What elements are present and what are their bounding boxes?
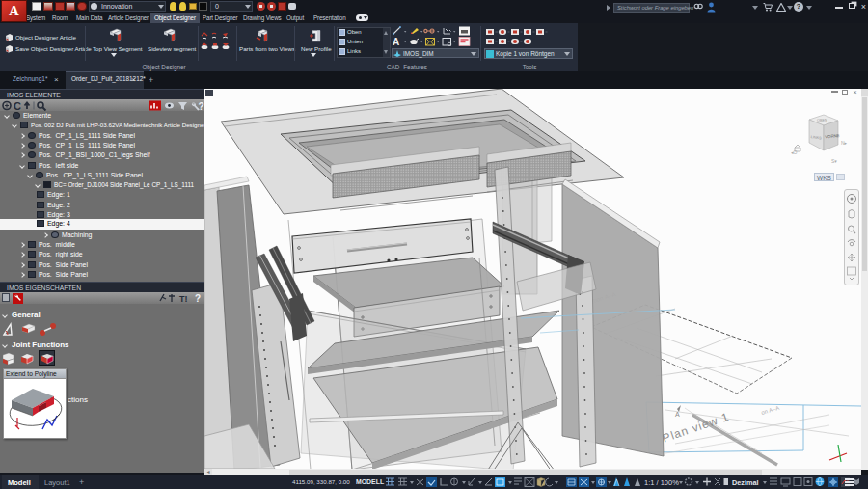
svg-text:?: ? [195, 293, 201, 303]
svg-text:on A–A: on A–A [761, 405, 780, 416]
svg-text:N▸: N▸ [841, 140, 848, 146]
svg-text:1:1 / 100%: 1:1 / 100% [644, 478, 679, 487]
svg-text:A: A [393, 37, 399, 46]
svg-text:S▾: S▾ [831, 158, 837, 164]
svg-text:◂O: ◂O [791, 149, 798, 155]
svg-text:?: ? [199, 101, 204, 112]
svg-text:Dezimal: Dezimal [732, 478, 759, 487]
svg-text:A: A [675, 411, 680, 418]
svg-text:T!: T! [179, 294, 188, 304]
svg-text:C: C [14, 100, 21, 111]
svg-text:OBEN: OBEN [817, 119, 827, 122]
